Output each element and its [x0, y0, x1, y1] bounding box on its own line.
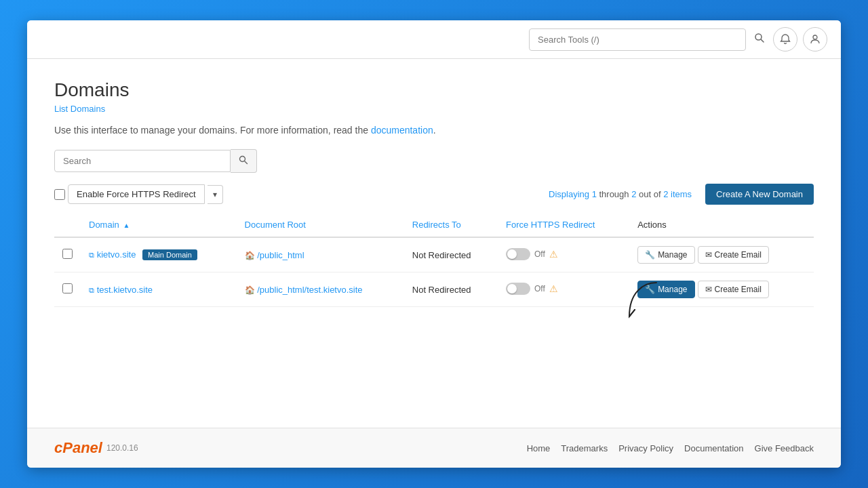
table-header-document-root: Document Root [237, 213, 404, 237]
toolbar-left: Enable Force HTTPS Redirect ▾ [54, 184, 223, 204]
select-all-checkbox[interactable] [54, 189, 65, 200]
row2-warning-icon: ⚠ [549, 283, 558, 294]
row1-docroot-cell: 🏠 /public_html [237, 237, 404, 272]
user-profile-icon-button[interactable] [803, 27, 827, 52]
svg-point-3 [240, 157, 245, 162]
search-row [54, 149, 814, 173]
domains-table: Domain ▲ Document Root Redirects To Forc… [54, 213, 814, 307]
row1-toggle[interactable] [506, 248, 530, 260]
footer-link-documentation[interactable]: Documentation [684, 443, 743, 453]
row1-doc-root: /public_html [257, 250, 304, 260]
toolbar-row: Enable Force HTTPS Redirect ▾ Displaying… [54, 184, 814, 205]
row2-docroot-cell: 🏠 /public_html/test.kietvo.site [237, 272, 404, 307]
row2-action-buttons: 🔧 Manage ✉ Create Email [637, 281, 806, 298]
row2-create-email-button[interactable]: ✉ Create Email [698, 281, 769, 298]
create-new-domain-button[interactable]: Create A New Domain [705, 184, 814, 205]
row2-toggle[interactable] [506, 283, 530, 295]
row2-domain-link[interactable]: test.kietvo.site [97, 285, 153, 295]
table-header-force-https: Force HTTPS Redirect [498, 213, 629, 237]
row1-action-buttons: 🔧 Manage ✉ Create Email [637, 246, 806, 264]
table-header-redirects-to: Redirects To [404, 213, 498, 237]
footer-link-privacy[interactable]: Privacy Policy [618, 443, 673, 453]
page-description: Use this interface to manage your domain… [54, 125, 814, 136]
row2-home-icon: 🏠 [245, 285, 255, 295]
table-row: ⧉ test.kietvo.site 🏠 /public_html/test.k… [54, 272, 814, 307]
row1-toggle-label: Off [534, 249, 545, 259]
sort-icon: ▲ [123, 222, 130, 229]
footer-link-home[interactable]: Home [527, 443, 551, 453]
row2-toggle-container: Off ⚠ [506, 283, 558, 295]
table-header-domain[interactable]: Domain ▲ [81, 213, 237, 237]
cpanel-logo: cPanel 120.0.16 [54, 439, 138, 457]
row1-toggle-container: Off ⚠ [506, 248, 558, 260]
row2-toggle-label: Off [534, 284, 545, 293]
footer: cPanel 120.0.16 Home Trademarks Privacy … [27, 428, 841, 468]
row2-force-https-cell: Off ⚠ [498, 272, 629, 307]
main-content: Domains List Domains Use this interface … [27, 59, 841, 428]
row1-checkbox[interactable] [62, 249, 73, 259]
displaying-text: Displaying 1 through 2 out of 2 items [549, 189, 692, 199]
enable-https-dropdown-button[interactable]: ▾ [208, 185, 223, 204]
notifications-icon-button[interactable] [773, 27, 797, 52]
row1-warning-icon: ⚠ [549, 249, 558, 260]
top-navbar [27, 20, 841, 59]
svg-line-1 [762, 40, 764, 43]
row1-main-domain-badge: Main Domain [142, 249, 197, 260]
table-header-checkbox-col [54, 213, 81, 237]
row1-actions-cell: 🔧 Manage ✉ Create Email [629, 237, 814, 272]
row2-domain-cell: ⧉ test.kietvo.site [81, 272, 237, 307]
row2-actions-cell: 🔧 Manage ✉ Create Email [629, 272, 814, 307]
row2-manage-button[interactable]: 🔧 Manage [637, 281, 694, 298]
row1-home-icon: 🏠 [245, 251, 255, 260]
row2-external-link-icon: ⧉ [89, 286, 94, 294]
cpanel-logo-text: cPanel [54, 439, 102, 457]
enable-https-button[interactable]: Enable Force HTTPS Redirect [68, 184, 205, 204]
row1-redirects-cell: Not Redirected [404, 237, 498, 272]
page-title: Domains [54, 79, 814, 101]
table-header-row: Domain ▲ Document Root Redirects To Forc… [54, 213, 814, 237]
cpanel-version: 120.0.16 [106, 443, 138, 453]
search-tools-input[interactable] [529, 28, 746, 51]
row2-create-email-icon: ✉ [705, 285, 712, 294]
row1-create-email-icon: ✉ [705, 250, 712, 260]
footer-link-feedback[interactable]: Give Feedback [755, 443, 814, 453]
search-button[interactable] [231, 149, 257, 173]
documentation-link[interactable]: documentation [371, 125, 433, 136]
row1-checkbox-cell [54, 237, 81, 272]
table-header-actions: Actions [629, 213, 814, 237]
footer-links: Home Trademarks Privacy Policy Documenta… [527, 443, 814, 453]
search-input[interactable] [54, 150, 231, 172]
table-row: ⧉ kietvo.site Main Domain 🏠 /public_html… [54, 237, 814, 272]
row1-manage-icon: 🔧 [645, 250, 655, 260]
row1-create-email-button[interactable]: ✉ Create Email [698, 246, 769, 264]
search-tools-button[interactable] [751, 30, 768, 49]
row1-domain-link[interactable]: kietvo.site [97, 249, 136, 260]
svg-line-4 [245, 161, 248, 164]
row1-domain-cell: ⧉ kietvo.site Main Domain [81, 237, 237, 272]
row2-manage-icon: 🔧 [645, 285, 655, 294]
svg-point-0 [755, 34, 762, 40]
breadcrumb[interactable]: List Domains [54, 104, 814, 114]
row1-manage-button[interactable]: 🔧 Manage [637, 246, 694, 264]
row2-checkbox[interactable] [62, 283, 73, 293]
svg-point-2 [813, 35, 817, 39]
row2-redirects-cell: Not Redirected [404, 272, 498, 307]
row1-external-link-icon: ⧉ [89, 251, 94, 259]
row1-force-https-cell: Off ⚠ [498, 237, 629, 272]
footer-link-trademarks[interactable]: Trademarks [561, 443, 608, 453]
row2-doc-root: /public_html/test.kietvo.site [257, 285, 362, 295]
row2-checkbox-cell [54, 272, 81, 307]
